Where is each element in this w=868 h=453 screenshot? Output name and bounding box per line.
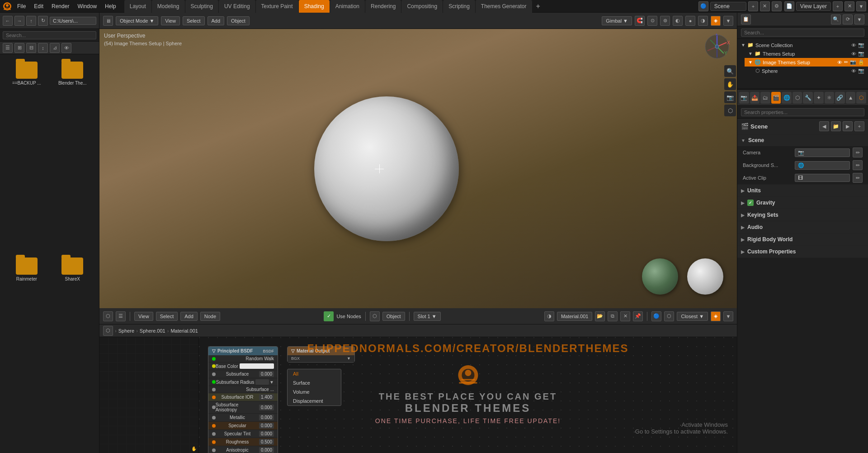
menu-render[interactable]: Render <box>48 2 73 10</box>
props-search-input[interactable] <box>741 108 864 116</box>
folder-blender[interactable]: Blender The... <box>52 60 94 252</box>
viewport-object-btn[interactable]: Object <box>227 16 250 25</box>
custom-props-header[interactable]: ▶ Custom Properties <box>737 246 868 257</box>
themes-setup-vis-icon[interactable]: 👁 <box>851 51 856 57</box>
sphere001-breadcrumb[interactable]: Sphere.001 <box>140 328 165 334</box>
nav-back-btn[interactable]: ← <box>3 16 13 26</box>
constraints-props-icon[interactable]: 🔗 <box>835 92 845 104</box>
outliner-options-icon[interactable]: ▼ <box>854 14 864 24</box>
node-canvas[interactable]: ▽ Principled BSDF BSDF Random Walk Base … <box>199 337 737 453</box>
object-node-btn[interactable]: Object <box>382 312 405 321</box>
sphere-item[interactable]: ⬡ Sphere 👁 📷 <box>752 67 868 75</box>
tab-texture-paint[interactable]: Texture Paint <box>256 0 298 13</box>
nav-up-btn[interactable]: ↑ <box>26 16 36 26</box>
scene-close-icon[interactable]: ✕ <box>760 1 770 11</box>
specular-value[interactable]: 0.000 <box>259 423 274 429</box>
camera-edit-icon[interactable]: ✏ <box>853 148 863 157</box>
material-settings-icon[interactable]: ⬡ <box>664 311 674 321</box>
nav-refresh-btn[interactable]: ↻ <box>38 16 48 26</box>
viewport-3d[interactable]: User Perspective (54) Image Themes Setup… <box>99 29 737 308</box>
tab-uv-editing[interactable]: UV Editing <box>219 0 255 13</box>
sphere-preview-world[interactable] <box>642 258 678 295</box>
overlay-icon[interactable]: ⊚ <box>660 16 670 26</box>
image-themes-vis-icon[interactable]: 👁 <box>837 60 842 65</box>
material-shading-options-icon[interactable]: ▼ <box>723 311 733 321</box>
shading-options-icon[interactable]: ▼ <box>723 16 733 26</box>
roughness-value[interactable]: 0.500 <box>259 439 274 445</box>
zoom-in-icon[interactable]: 🔍 <box>724 65 736 77</box>
object-props-icon[interactable]: ⬡ <box>793 92 802 104</box>
viewport-view-btn[interactable]: View <box>161 16 180 25</box>
scene-settings-icon[interactable]: ⚙ <box>772 1 782 11</box>
object-mode-dropdown[interactable]: Object Mode▼ <box>116 16 158 25</box>
keying-sets-header[interactable]: ▶ Keying Sets <box>737 209 868 221</box>
material-pin-icon[interactable]: 📌 <box>633 311 643 321</box>
viewport-select-btn[interactable]: Select <box>183 16 205 25</box>
dropdown-all[interactable]: All <box>288 369 341 378</box>
view-layer-expand-icon[interactable]: + <box>833 1 843 11</box>
slot-dropdown[interactable]: Slot 1▼ <box>414 312 441 321</box>
material-props-icon[interactable]: ⬡ <box>856 92 866 104</box>
node-view-btn[interactable]: View <box>134 312 153 321</box>
snap-icon[interactable]: 🧲 <box>635 16 645 26</box>
scene-add-icon[interactable]: + <box>854 121 864 131</box>
output-collapse-icon[interactable]: ▽ <box>291 348 295 353</box>
world-props-icon[interactable]: 🌐 <box>782 92 792 104</box>
render-engine-icon[interactable]: 🔵 <box>698 1 708 11</box>
subsurface-radius-expand[interactable]: ▼ <box>269 380 274 385</box>
anisotropic-value[interactable]: 0.000 <box>259 447 274 453</box>
scene-collection-item[interactable]: ▼ 📁 Scene Collection 👁 📷 <box>737 41 868 49</box>
sphere-render-icon[interactable]: 📷 <box>858 68 864 74</box>
material-selector[interactable]: Material.001 <box>557 312 593 321</box>
outliner-sync-icon[interactable]: ⟳ <box>843 14 853 24</box>
subsurface-anisotropy-value[interactable]: 0.000 <box>259 405 274 410</box>
sphere-vis-icon[interactable]: 👁 <box>851 68 856 74</box>
list-view-icon[interactable]: ☰ <box>3 43 13 53</box>
menu-window[interactable]: Window <box>74 2 100 10</box>
node-editor-type2-icon[interactable]: ⬡ <box>370 311 380 321</box>
tab-layout[interactable]: Layout <box>124 0 151 13</box>
tab-animation[interactable]: Animation <box>330 0 365 13</box>
solid-shading-icon[interactable]: ● <box>685 16 695 26</box>
units-header[interactable]: ▶ Units <box>737 185 868 196</box>
scene-browse-icon[interactable]: 📁 <box>831 121 841 131</box>
tab-sculpting[interactable]: Sculpting <box>185 0 218 13</box>
metallic-value[interactable]: 0.000 <box>259 415 274 420</box>
node-add-btn[interactable]: Add <box>180 312 198 321</box>
active-clip-edit-icon[interactable]: ✏ <box>853 173 863 183</box>
gravity-header[interactable]: ▶ Gravity <box>737 197 868 209</box>
rigid-body-header[interactable]: ▶ Rigid Body World <box>737 234 868 245</box>
material001-breadcrumb[interactable]: Material.001 <box>170 328 198 334</box>
particles-props-icon[interactable]: ✦ <box>814 92 824 104</box>
tab-compositing[interactable]: Compositing <box>401 0 443 13</box>
themes-setup-render-icon[interactable]: 📷 <box>858 51 864 57</box>
view-layer-props-icon[interactable]: 🗂 <box>760 92 770 104</box>
scene-collection-render-icon[interactable]: 📷 <box>858 42 864 48</box>
closest-dropdown[interactable]: Closest▼ <box>677 312 708 321</box>
view-layer-btn[interactable]: View Layer <box>796 2 831 11</box>
node-list-icon[interactable]: ☰ <box>116 311 126 321</box>
viewport-add-btn[interactable]: Add <box>208 16 225 25</box>
scene-prev-icon[interactable]: ◀ <box>819 121 829 131</box>
sphere-breadcrumb[interactable]: Sphere <box>118 328 134 334</box>
blender-logo[interactable] <box>2 1 13 12</box>
outliner-type-icon[interactable]: 📋 <box>741 14 751 24</box>
viewport-type-icon[interactable]: 🖥 <box>103 16 113 26</box>
tab-modeling[interactable]: Modeling <box>152 0 185 13</box>
image-themes-edit-icon[interactable]: ✏ <box>844 59 848 65</box>
menu-file[interactable]: File <box>14 2 29 10</box>
hidden-files-icon[interactable]: 👁 <box>61 43 71 53</box>
rendered-shading-icon[interactable]: ◈ <box>711 16 721 26</box>
axis-gizmo[interactable]: X Y Z <box>704 33 730 60</box>
tab-rendering[interactable]: Rendering <box>365 0 401 13</box>
image-themes-render-icon[interactable]: 📷 <box>850 59 856 65</box>
material-preview-icon[interactable]: ◑ <box>698 16 708 26</box>
xray-icon[interactable]: ◐ <box>673 16 683 26</box>
view-layer-icon[interactable]: 📄 <box>784 1 794 11</box>
specular-tint-value[interactable]: 0.000 <box>259 431 274 437</box>
filter-icon[interactable]: ▼ <box>856 1 866 11</box>
material-output-node[interactable]: ▽ Material Output BGX ▼ <box>287 346 355 362</box>
menu-help[interactable]: Help <box>101 2 120 10</box>
scene-expand-icon[interactable]: + <box>748 1 758 11</box>
outliner-search-input[interactable] <box>741 29 864 37</box>
